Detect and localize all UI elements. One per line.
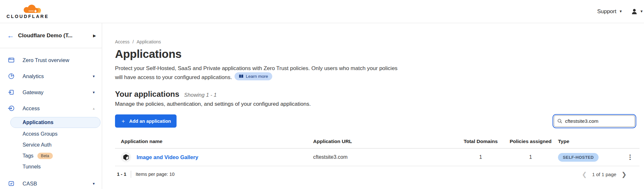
sidebar-item-label: Gateway bbox=[23, 89, 92, 95]
gateway-icon bbox=[8, 89, 15, 96]
learn-more-button[interactable]: Learn more bbox=[235, 72, 272, 80]
next-page-icon[interactable]: ❯ bbox=[621, 171, 627, 177]
main-content: Access / Applications Applications Prote… bbox=[102, 23, 644, 189]
table-header-row: Application name Application URL Total D… bbox=[115, 135, 639, 148]
chevron-down-icon: ▼ bbox=[619, 10, 622, 13]
section-heading: Your applications bbox=[115, 90, 179, 99]
support-menu[interactable]: Support ▼ bbox=[597, 8, 622, 15]
user-icon bbox=[631, 8, 638, 15]
browser-window-icon bbox=[8, 57, 15, 64]
table-footer: 1 - 1 Items per page: 10 ❮ 1 of 1 page ❯ bbox=[115, 166, 639, 178]
application-name-link[interactable]: Image and Video Gallery bbox=[137, 154, 198, 160]
column-application-url: Application URL bbox=[313, 135, 458, 148]
row-actions-menu[interactable]: ⋮ bbox=[621, 156, 639, 159]
items-per-page[interactable]: Items per page: 10 bbox=[136, 172, 175, 177]
sidebar-item-label: Access bbox=[23, 105, 92, 112]
sidebar-item-tunnels[interactable]: Tunnels bbox=[0, 161, 102, 172]
sidebar-item-label: CASB bbox=[23, 181, 92, 187]
breadcrumb: Access / Applications bbox=[115, 23, 639, 44]
expand-right-icon[interactable]: ▶ bbox=[91, 32, 99, 39]
beta-badge: Beta bbox=[37, 153, 53, 159]
pie-chart-icon bbox=[8, 73, 15, 80]
type-badge: SELF-HOSTED bbox=[558, 153, 599, 162]
column-policies-assigned: Policies assigned bbox=[503, 135, 558, 148]
column-actions bbox=[621, 135, 639, 148]
column-type: Type bbox=[558, 135, 621, 148]
breadcrumb-access[interactable]: Access bbox=[115, 39, 130, 44]
total-domains-cell: 1 bbox=[458, 148, 503, 166]
chevron-up-icon: ▲ bbox=[92, 107, 95, 110]
cloudflare-cloud-icon bbox=[20, 4, 43, 14]
application-avatar bbox=[121, 152, 131, 162]
sidebar-item-analytics[interactable]: Analytics ▼ bbox=[0, 68, 102, 84]
sidebar: ← Cloudflare Demo (T... ▶ Zero Trust ove… bbox=[0, 23, 102, 189]
breadcrumb-applications[interactable]: Applications bbox=[137, 39, 161, 44]
sidebar-item-zero-trust-overview[interactable]: Zero Trust overview bbox=[0, 52, 102, 68]
page-status: 1 of 1 page bbox=[592, 172, 616, 177]
sidebar-item-service-auth[interactable]: Service Auth bbox=[0, 140, 102, 150]
top-bar: CLOUDFLARE Support ▼ ▼ bbox=[0, 0, 644, 23]
sidebar-item-label: Tags bbox=[23, 153, 34, 159]
user-menu[interactable]: ▼ bbox=[631, 8, 643, 15]
section-description: Manage the policies, authentication, and… bbox=[115, 101, 639, 107]
login-arrow-icon bbox=[8, 105, 15, 112]
sidebar-item-tags[interactable]: Tags Beta bbox=[0, 150, 102, 161]
showing-count: Showing 1 - 1 bbox=[184, 92, 217, 98]
cloudflare-wordmark: CLOUDFLARE bbox=[6, 14, 49, 19]
cube-icon bbox=[122, 154, 130, 161]
sidebar-account-header: ← Cloudflare Demo (T... ▶ bbox=[0, 23, 102, 48]
sidebar-item-label: Zero Trust overview bbox=[23, 57, 95, 63]
sidebar-item-casb[interactable]: CASB ▼ bbox=[0, 176, 102, 189]
chevron-down-icon: ▼ bbox=[92, 75, 95, 78]
support-label: Support bbox=[597, 8, 617, 15]
table-row: Image and Video Gallery cftestsite3.com … bbox=[115, 148, 639, 166]
sidebar-item-label: Access Groups bbox=[23, 131, 57, 137]
sidebar-nav: Zero Trust overview Analytics ▼ Gateway … bbox=[0, 48, 102, 189]
add-application-label: Add an application bbox=[129, 119, 171, 124]
page-title: Applications bbox=[115, 48, 639, 60]
book-icon bbox=[239, 74, 244, 78]
account-name: Cloudflare Demo (T... bbox=[18, 32, 91, 39]
search-input[interactable] bbox=[554, 115, 635, 127]
column-total-domains: Total Domains bbox=[458, 135, 503, 148]
breadcrumb-separator: / bbox=[132, 39, 134, 44]
chevron-down-icon: ▼ bbox=[92, 91, 95, 94]
policies-assigned-cell: 1 bbox=[503, 148, 558, 166]
cloudflare-logo[interactable]: CLOUDFLARE bbox=[5, 4, 50, 19]
column-application-name: Application name bbox=[115, 135, 313, 148]
applications-table: Application name Application URL Total D… bbox=[115, 135, 639, 166]
chevron-down-icon: ▼ bbox=[640, 10, 643, 13]
add-application-button[interactable]: ＋ Add an application bbox=[115, 114, 177, 128]
shield-check-icon bbox=[8, 180, 15, 187]
sidebar-item-access[interactable]: Access ▲ bbox=[0, 100, 102, 116]
items-range: 1 - 1 bbox=[117, 172, 126, 177]
sidebar-item-label: Tunnels bbox=[23, 164, 41, 170]
chevron-down-icon: ▼ bbox=[92, 182, 95, 185]
page-description: Protect your Self-Hosted, SaaS and Priva… bbox=[115, 65, 407, 81]
sidebar-item-label: Service Auth bbox=[23, 142, 52, 148]
search-icon bbox=[557, 118, 562, 124]
applications-toolbar: ＋ Add an application bbox=[115, 114, 639, 128]
sidebar-item-gateway[interactable]: Gateway ▼ bbox=[0, 84, 102, 100]
back-arrow-icon[interactable]: ← bbox=[7, 32, 18, 39]
sidebar-item-access-groups[interactable]: Access Groups bbox=[0, 129, 102, 140]
learn-more-label: Learn more bbox=[246, 73, 268, 79]
previous-page-icon[interactable]: ❮ bbox=[582, 171, 587, 177]
sidebar-item-label: Analytics bbox=[23, 73, 92, 79]
sidebar-item-applications[interactable]: Applications bbox=[10, 117, 101, 128]
application-url-cell: cftestsite3.com bbox=[313, 148, 458, 166]
plus-icon: ＋ bbox=[120, 117, 126, 125]
access-subnav: Applications Access Groups Service Auth … bbox=[0, 117, 102, 172]
footer-divider bbox=[131, 171, 131, 178]
search-container bbox=[554, 115, 635, 127]
sidebar-item-label: Applications bbox=[23, 120, 53, 125]
